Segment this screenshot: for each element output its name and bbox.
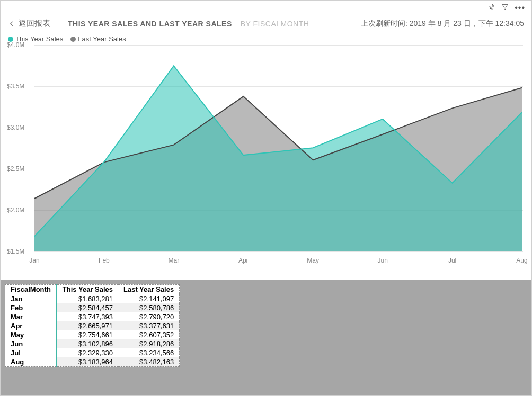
page-subtitle: BY FISCALMONTH <box>241 20 309 28</box>
cell-last-year: $2,580,786 <box>118 303 180 312</box>
cell-last-year: $3,482,163 <box>118 357 180 367</box>
cell-month: Aug <box>5 357 57 367</box>
chevron-left-icon <box>8 20 15 28</box>
y-axis-label: $2.5M <box>7 165 24 173</box>
legend: This Year Sales Last Year Sales <box>1 34 531 45</box>
table-row[interactable]: Jan$1,683,281$2,141,097 <box>5 294 180 304</box>
x-axis-label: Feb <box>99 257 110 264</box>
cell-this-year: $2,754,661 <box>57 330 118 339</box>
x-axis-label: Apr <box>238 257 249 264</box>
table-row[interactable]: Feb$2,584,457$2,580,786 <box>5 303 180 312</box>
y-axis-label: $3.5M <box>7 83 24 90</box>
cell-month: Feb <box>5 303 57 312</box>
col-header-last-year[interactable]: Last Year Sales <box>118 285 180 294</box>
x-axis-label: Mar <box>169 257 180 264</box>
cell-this-year: $2,584,457 <box>57 303 118 312</box>
cell-this-year: $2,329,330 <box>57 348 118 357</box>
table-row[interactable]: Mar$3,747,393$2,790,720 <box>5 312 180 321</box>
table-row[interactable]: Apr$2,665,971$3,377,631 <box>5 321 180 330</box>
col-header-month[interactable]: FiscalMonth <box>5 285 57 294</box>
filter-icon[interactable] <box>501 3 509 13</box>
chart-plot <box>34 45 522 253</box>
cell-this-year: $2,665,971 <box>57 321 118 330</box>
cell-this-year: $3,102,896 <box>57 339 118 348</box>
y-axis-label: $4.0M <box>7 41 24 49</box>
cell-month: Apr <box>5 321 57 330</box>
cell-last-year: $2,141,097 <box>118 294 180 304</box>
cell-month: Jan <box>5 294 57 304</box>
cell-this-year: $1,683,281 <box>57 294 118 304</box>
y-axis-label: $3.0M <box>7 124 24 131</box>
x-axis-label: Jun <box>377 257 387 264</box>
x-axis-label: Aug <box>516 257 527 264</box>
cell-this-year: $3,183,964 <box>57 357 118 367</box>
more-icon[interactable]: ••• <box>515 4 525 12</box>
back-label: 返回报表 <box>19 19 50 29</box>
data-table[interactable]: FiscalMonth This Year Sales Last Year Sa… <box>5 284 180 367</box>
last-refresh-time: 上次刷新时间: 2019 年 8 月 23 日，下午 12:34:05 <box>361 19 524 29</box>
legend-dot-last-year <box>70 37 76 42</box>
y-axis-label: $2.0M <box>7 206 24 214</box>
table-row[interactable]: May$2,754,661$2,607,352 <box>5 330 180 339</box>
x-axis-label: Jan <box>29 257 39 264</box>
pin-icon[interactable] <box>487 3 495 13</box>
cell-this-year: $3,747,393 <box>57 312 118 321</box>
data-panel: FiscalMonth This Year Sales Last Year Sa… <box>1 280 531 396</box>
cell-month: May <box>5 330 57 339</box>
legend-dot-this-year <box>8 37 13 42</box>
cell-month: Jul <box>5 348 57 357</box>
cell-month: Jun <box>5 339 57 348</box>
legend-label-last-year: Last Year Sales <box>78 35 126 43</box>
table-row[interactable]: Aug$3,183,964$3,482,163 <box>5 357 180 367</box>
col-header-this-year[interactable]: This Year Sales <box>57 285 118 294</box>
x-axis-label: May <box>307 257 319 264</box>
y-axis-label: $1.5M <box>7 248 24 255</box>
header: 返回报表 THIS YEAR SALES AND LAST YEAR SALES… <box>1 15 531 34</box>
table-row[interactable]: Jul$2,329,330$3,234,566 <box>5 348 180 357</box>
cell-last-year: $2,790,720 <box>118 312 180 321</box>
area-chart[interactable]: $1.5M$2.0M$2.5M$3.0M$3.5M$4.0M JanFebMar… <box>7 45 527 273</box>
cell-last-year: $2,918,286 <box>118 339 180 348</box>
cell-last-year: $3,377,631 <box>118 321 180 330</box>
x-axis-label: Jul <box>448 257 456 264</box>
cell-last-year: $3,234,566 <box>118 348 180 357</box>
cell-month: Mar <box>5 312 57 321</box>
cell-last-year: $2,607,352 <box>118 330 180 339</box>
legend-item-last-year[interactable]: Last Year Sales <box>70 35 126 43</box>
back-button[interactable]: 返回报表 <box>8 19 59 29</box>
table-row[interactable]: Jun$3,102,896$2,918,286 <box>5 339 180 348</box>
page-title: THIS YEAR SALES AND LAST YEAR SALES <box>68 20 232 28</box>
toolbar: ••• <box>1 1 531 15</box>
